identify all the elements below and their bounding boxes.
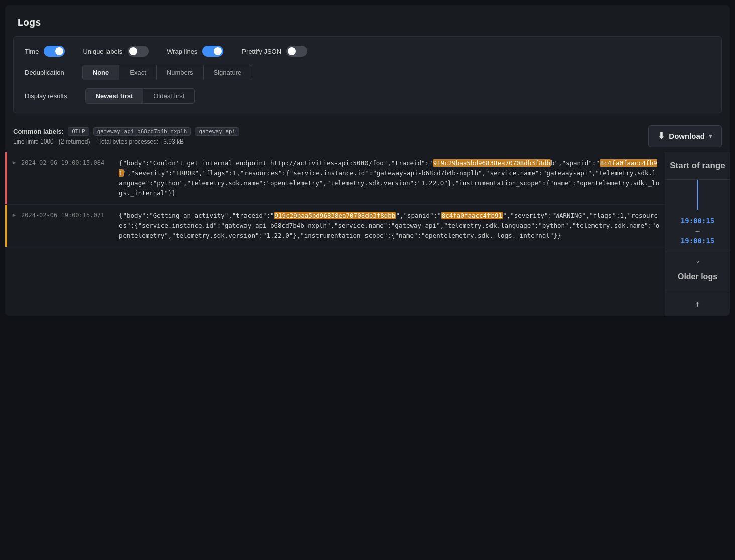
- total-bytes-prefix: Total bytes processed:: [98, 138, 158, 145]
- prettify-json-toggle[interactable]: [286, 46, 307, 57]
- wrap-lines-toggle[interactable]: [202, 46, 223, 57]
- start-of-range: Start of range: [665, 152, 730, 180]
- deduplication-group: None Exact Numbers Signature: [82, 65, 252, 80]
- dedup-numbers-button[interactable]: Numbers: [157, 65, 204, 80]
- wrap-lines-label: Wrap lines: [167, 48, 197, 55]
- traceid-highlight: 919c29baa5bd96838ea70708db3f8db: [433, 159, 551, 167]
- display-results-row: Display results Newest first Oldest firs…: [25, 88, 710, 104]
- total-bytes-value: 3.93 kB: [163, 138, 184, 145]
- newest-first-button[interactable]: Newest first: [86, 89, 144, 103]
- time-toggle[interactable]: [44, 46, 65, 57]
- line-limit-prefix: Line limit:: [13, 138, 39, 145]
- time-label: Time: [25, 48, 39, 55]
- time-range: 19:00:15 — 19:00:15: [665, 210, 730, 252]
- toggles-row: Time Unique labels Wrap lines: [25, 46, 710, 57]
- labels-row: Common labels: OTLP gateway-api-b68cd7b4…: [13, 127, 239, 136]
- logs-page: Logs Time Unique labels Wrap lines: [5, 5, 730, 316]
- line-limit-row: Line limit: 1000 (2 returned) Total byte…: [13, 138, 239, 145]
- dedup-exact-button[interactable]: Exact: [119, 65, 157, 80]
- display-results-group: Newest first Oldest first: [85, 88, 195, 104]
- download-chevron-icon: ▾: [709, 132, 712, 140]
- download-button[interactable]: ⬇ Download ▾: [648, 125, 722, 147]
- download-icon: ⬇: [658, 131, 665, 142]
- prettify-json-toggle-item: Prettify JSON: [241, 46, 307, 57]
- range-line: [697, 180, 698, 210]
- log-entry: ▶ 2024-02-06 19:00:15.071 {"body":"Getti…: [5, 205, 665, 247]
- settings-panel: Time Unique labels Wrap lines: [13, 36, 722, 113]
- prettify-json-label: Prettify JSON: [241, 48, 281, 55]
- expand-button[interactable]: ▶: [7, 152, 21, 204]
- expand-button[interactable]: ▶: [7, 205, 21, 247]
- log-timestamp: 2024-02-06 19:00:15.084: [21, 152, 119, 204]
- log-sidebar: Start of range 19:00:15 — 19:00:15 ˅ Old…: [665, 152, 730, 316]
- dedup-none-button[interactable]: None: [83, 65, 120, 80]
- common-labels-title: Common labels:: [13, 128, 64, 135]
- time-from: 19:00:15: [681, 217, 714, 225]
- download-label: Download: [669, 132, 705, 141]
- returned-text: (2 returned): [59, 138, 90, 145]
- unique-labels-label: Unique labels: [83, 48, 122, 55]
- spanid-highlight: 8c4fa0faacc4fb91: [441, 212, 503, 219]
- time-toggle-item: Time: [25, 46, 65, 57]
- line-limit-value: 1000: [40, 138, 54, 145]
- traceid-highlight: 919c29baa5bd96838ea70708db3f8dbb: [274, 212, 396, 219]
- log-body: {"body":"Getting an activity","traceid":…: [119, 205, 665, 247]
- display-results-label: Display results: [25, 92, 67, 100]
- older-logs-label: Older logs: [678, 272, 717, 283]
- label-tag-otlp: OTLP: [68, 127, 89, 136]
- label-tag-gateway-api: gateway-api: [195, 127, 239, 136]
- oldest-first-button[interactable]: Oldest first: [143, 89, 194, 103]
- log-timestamp: 2024-02-06 19:00:15.071: [21, 205, 119, 247]
- deduplication-label: Deduplication: [25, 69, 64, 76]
- common-labels-left: Common labels: OTLP gateway-api-b68cd7b4…: [13, 127, 239, 145]
- unique-labels-toggle[interactable]: [128, 46, 149, 57]
- older-logs-chevron-icon: ˅: [696, 260, 700, 270]
- deduplication-row: Deduplication None Exact Numbers Signatu…: [25, 65, 710, 80]
- older-logs-button[interactable]: ˅ Older logs: [665, 252, 730, 291]
- log-body: {"body":"Couldn't get internal endpoint …: [119, 152, 665, 204]
- time-dash: —: [695, 227, 699, 235]
- label-tag-gateway-api-instance: gateway-api-b68cd7b4b-nxplh: [93, 127, 191, 136]
- unique-labels-toggle-item: Unique labels: [83, 46, 149, 57]
- log-entries: ▶ 2024-02-06 19:00:15.084 {"body":"Could…: [5, 152, 665, 316]
- scroll-up-button[interactable]: ↑: [665, 291, 730, 316]
- log-entry: ▶ 2024-02-06 19:00:15.084 {"body":"Could…: [5, 152, 665, 205]
- common-labels-bar: Common labels: OTLP gateway-api-b68cd7b4…: [5, 120, 730, 152]
- log-content-area: ▶ 2024-02-06 19:00:15.084 {"body":"Could…: [5, 152, 730, 316]
- dedup-signature-button[interactable]: Signature: [204, 65, 252, 80]
- start-range-label: Start of range: [670, 160, 725, 171]
- page-title: Logs: [5, 5, 730, 36]
- time-to: 19:00:15: [681, 237, 714, 245]
- scroll-up-icon: ↑: [695, 298, 700, 309]
- wrap-lines-toggle-item: Wrap lines: [167, 46, 223, 57]
